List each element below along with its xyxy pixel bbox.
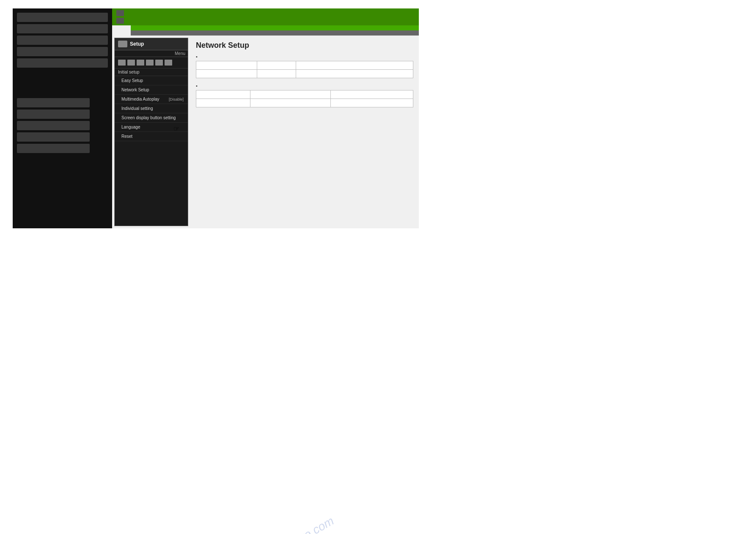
table-cell [331,90,413,99]
menu-item-multimedia[interactable]: Multimedia Autoplay [Disable] [115,95,188,104]
menu-item-reset[interactable]: Reset [115,132,188,141]
right-content: Setup Menu Initial setup Easy Setup [112,8,419,228]
sidebar-bar-1 [17,13,108,22]
bullet-1: • [196,54,413,59]
header-squares [116,10,124,24]
data-table-1 [196,61,413,78]
sidebar-bar-6 [17,98,90,107]
page-title: Network Setup [196,41,413,50]
table-cell [250,90,331,99]
header-square-bottom [116,18,124,24]
icon-4 [146,60,154,66]
table-row [196,61,413,70]
setup-panel: Setup Menu Initial setup Easy Setup [114,38,188,226]
menu-item-easy-setup[interactable]: Easy Setup [115,76,188,85]
initial-setup-label: Initial setup [115,68,188,76]
sub-header-green [131,25,419,30]
header-square-top [116,10,124,16]
table-section-2: • [196,83,413,107]
setup-panel-title: Setup [130,41,144,47]
setup-icon [118,41,127,47]
table-cell [257,70,296,78]
page-title-area: Network Setup [196,41,413,50]
table-cell [296,70,413,78]
icon-3 [137,60,144,66]
table-cell [296,61,413,70]
content-area: Network Setup • [192,38,417,226]
table-row [196,99,413,107]
table-row [196,90,413,99]
sidebar-bar-4 [17,47,108,56]
header-bar [112,8,419,25]
sidebar-bar-3 [17,36,108,45]
sidebar-top-group [17,13,108,68]
watermark: manualshive.com [250,313,684,534]
table-cell [196,70,257,78]
menu-item-individual[interactable]: Individual setting [115,104,188,113]
sidebar-bar-2 [17,24,108,33]
multimedia-label: Multimedia Autoplay [121,97,159,101]
sidebar-bar-10 [17,144,90,153]
icon-row [115,57,188,68]
multimedia-badge: [Disable] [169,97,184,101]
sidebar-bar-7 [17,110,90,119]
table-cell [257,61,296,70]
table-row [196,70,413,78]
table-section-1: • [196,54,413,78]
icon-5 [155,60,163,66]
icon-1 [118,60,126,66]
table-cell [331,99,413,107]
icon-2 [127,60,135,66]
menu-item-language[interactable]: Language [115,123,188,132]
main-body: Setup Menu Initial setup Easy Setup [112,36,419,228]
main-container: Setup Menu Initial setup Easy Setup [13,8,419,228]
data-table-2 [196,90,413,107]
setup-panel-header: Setup [115,38,188,50]
menu-item-screen-display[interactable]: Screen display button setting [115,113,188,123]
icon-6 [165,60,172,66]
menu-label: Menu [115,50,188,57]
table-cell [196,99,250,107]
sidebar-bar-8 [17,121,90,130]
bullet-2: • [196,83,413,88]
table-cell [196,90,250,99]
menu-item-network-setup[interactable]: Network Setup [115,85,188,95]
table-cell [250,99,331,107]
header-green-fill [128,8,415,25]
sidebar-bar-5 [17,58,108,68]
sidebar-bar-9 [17,132,90,142]
left-sidebar [13,8,112,228]
sub-header-gray [131,30,419,36]
sidebar-bottom-group [17,98,108,153]
table-cell [196,61,257,70]
